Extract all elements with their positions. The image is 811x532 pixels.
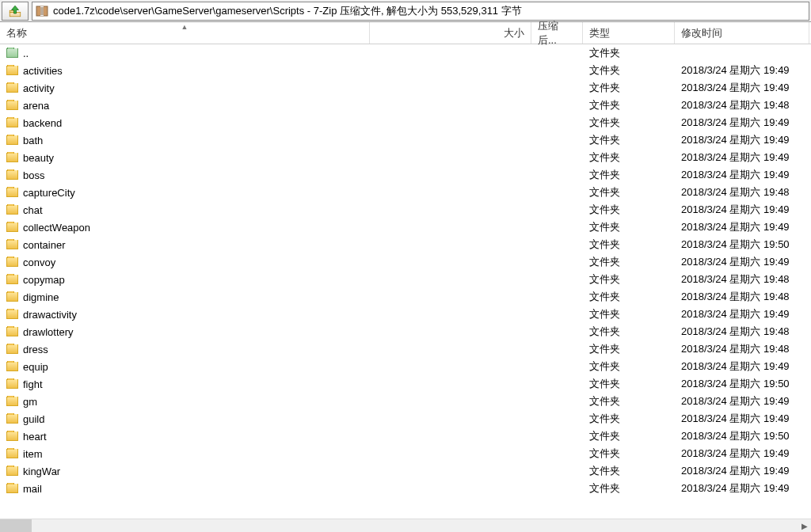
header-size-label: 大小 [504,26,524,40]
table-row[interactable]: copymap文件夹2018/3/24 星期六 19:48 [0,271,811,288]
folder-icon [6,118,18,127]
table-row[interactable]: mail文件夹2018/3/24 星期六 19:49 [0,480,811,497]
folder-icon [6,466,18,476]
header-type-label: 类型 [589,26,610,40]
table-row[interactable]: backend文件夹2018/3/24 星期六 19:49 [0,114,811,131]
file-name: kingWar [23,466,60,477]
parent-dir-row[interactable]: .. 文件夹 [0,44,811,62]
folder-icon [6,449,18,458]
header-modified[interactable]: 修改时间 [675,22,809,44]
file-modified: 2018/3/24 星期六 19:48 [681,98,790,112]
file-name: chat [23,204,43,216]
table-row[interactable]: activities文件夹2018/3/24 星期六 19:49 [0,62,811,79]
header-size[interactable]: 大小 [370,22,531,44]
table-row[interactable]: chat文件夹2018/3/24 星期六 19:49 [0,201,811,218]
file-type: 文件夹 [589,238,620,252]
table-row[interactable]: captureCity文件夹2018/3/24 星期六 19:48 [0,184,811,201]
file-type: 文件夹 [589,81,620,95]
table-row[interactable]: drawlottery文件夹2018/3/24 星期六 19:48 [0,323,811,340]
folder-icon [6,344,18,354]
folder-icon [6,153,18,162]
header-name-label: 名称 [6,26,27,40]
table-row[interactable]: container文件夹2018/3/24 星期六 19:50 [0,236,811,253]
folder-icon [6,414,18,424]
file-name: drawactivity [23,309,77,321]
table-row[interactable]: dress文件夹2018/3/24 星期六 19:48 [0,340,811,358]
folder-icon [6,188,18,197]
header-name[interactable]: 名称 ▲ [0,22,370,44]
file-modified: 2018/3/24 星期六 19:49 [681,446,790,461]
table-row[interactable]: beauty文件夹2018/3/24 星期六 19:49 [0,149,811,166]
table-row[interactable]: drawactivity文件夹2018/3/24 星期六 19:49 [0,306,811,323]
file-modified: 2018/3/24 星期六 19:50 [681,238,790,252]
file-name: arena [23,100,49,112]
table-row[interactable]: heart文件夹2018/3/24 星期六 19:50 [0,428,811,445]
folder-icon [6,135,18,145]
table-row[interactable]: fight文件夹2018/3/24 星期六 19:50 [0,375,811,393]
file-type: 文件夹 [589,359,620,374]
path-input[interactable]: code1.7z\code\server\GameServer\gameserv… [32,2,809,21]
table-row[interactable]: arena文件夹2018/3/24 星期六 19:48 [0,97,811,114]
table-row[interactable]: item文件夹2018/3/24 星期六 19:49 [0,445,811,462]
folder-up-icon [6,48,18,58]
table-row[interactable]: convoy文件夹2018/3/24 星期六 19:49 [0,253,811,271]
table-row[interactable]: bath文件夹2018/3/24 星期六 19:49 [0,131,811,149]
table-row[interactable]: equip文件夹2018/3/24 星期六 19:49 [0,358,811,375]
file-type: 文件夹 [589,220,620,234]
folder-icon [6,240,18,249]
file-type: 文件夹 [589,307,620,321]
folder-icon [6,292,18,302]
table-row[interactable]: gm文件夹2018/3/24 星期六 19:49 [0,393,811,410]
file-name: digmine [23,291,59,303]
horizontal-scrollbar[interactable]: ▶ [0,519,811,532]
column-headers: 名称 ▲ 大小 压缩后... 类型 修改时间 [0,22,811,44]
file-name: bath [23,135,43,146]
file-name: guild [23,413,44,425]
file-modified: 2018/3/24 星期六 19:49 [681,63,790,78]
file-modified: 2018/3/24 星期六 19:49 [681,359,790,374]
file-name: activities [23,65,63,77]
parent-dir-name: .. [23,48,29,59]
file-type: 文件夹 [589,342,620,356]
scrollbar-thumb[interactable] [0,519,32,532]
file-type: 文件夹 [589,429,620,443]
file-modified: 2018/3/24 星期六 19:49 [681,81,790,95]
folder-icon [6,379,18,389]
table-row[interactable]: guild文件夹2018/3/24 星期六 19:49 [0,410,811,428]
file-name: dress [23,344,48,355]
file-type: 文件夹 [589,325,620,339]
folder-icon [6,431,18,441]
folder-icon [6,397,18,406]
file-modified: 2018/3/24 星期六 19:50 [681,429,790,443]
file-modified: 2018/3/24 星期六 19:48 [681,272,790,287]
up-button[interactable] [2,2,29,21]
table-row[interactable]: digmine文件夹2018/3/24 星期六 19:48 [0,288,811,306]
file-type: 文件夹 [589,203,620,217]
file-list[interactable]: .. 文件夹 activities文件夹2018/3/24 星期六 19:49a… [0,44,811,519]
file-name: beauty [23,152,54,164]
file-type: 文件夹 [589,98,620,112]
file-type: 文件夹 [589,464,620,478]
table-row[interactable]: collectWeapon文件夹2018/3/24 星期六 19:49 [0,218,811,236]
header-modified-label: 修改时间 [681,26,722,40]
file-type: 文件夹 [589,481,620,496]
header-type[interactable]: 类型 [583,22,675,44]
header-packed[interactable]: 压缩后... [531,22,583,44]
file-type: 文件夹 [589,377,620,391]
table-row[interactable]: activity文件夹2018/3/24 星期六 19:49 [0,79,811,97]
table-row[interactable]: kingWar文件夹2018/3/24 星期六 19:49 [0,462,811,480]
folder-icon [6,222,18,232]
file-modified: 2018/3/24 星期六 19:49 [681,412,790,426]
file-modified: 2018/3/24 星期六 19:50 [681,377,790,391]
table-row[interactable]: boss文件夹2018/3/24 星期六 19:49 [0,166,811,184]
file-type: 文件夹 [589,290,620,304]
file-name: fight [23,378,43,390]
file-name: container [23,239,65,251]
scrollbar-right-arrow[interactable]: ▶ [798,519,811,532]
file-modified: 2018/3/24 星期六 19:49 [681,116,790,130]
file-type: 文件夹 [589,412,620,426]
file-name: heart [23,431,47,443]
file-name: convoy [23,256,55,268]
file-type: 文件夹 [589,272,620,287]
parent-dir-type: 文件夹 [589,46,620,60]
